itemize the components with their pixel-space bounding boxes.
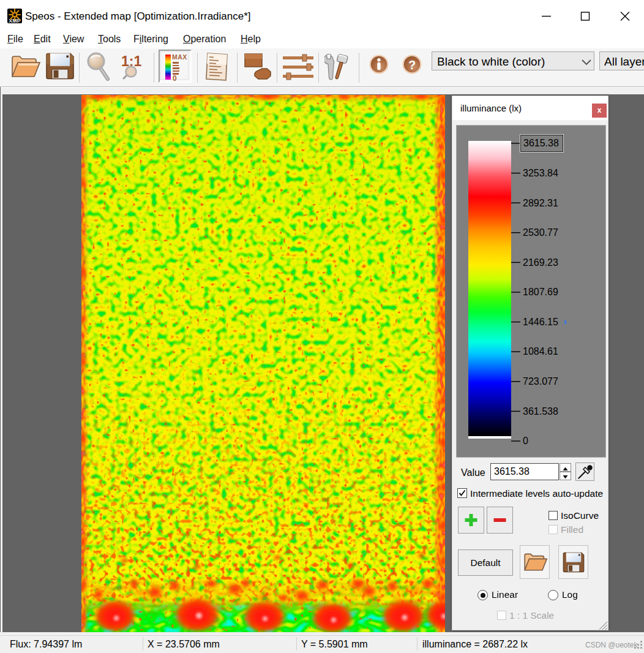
svg-text:XMP: XMP bbox=[9, 18, 21, 23]
svg-text:?: ? bbox=[408, 58, 416, 72]
